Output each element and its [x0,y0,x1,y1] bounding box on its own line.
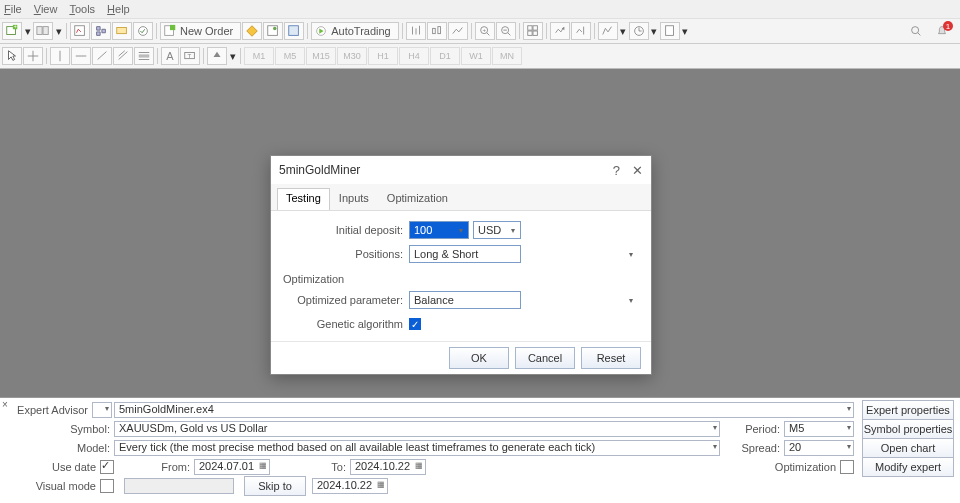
timeframe-mn[interactable]: MN [492,47,522,65]
chevron-down-icon[interactable]: ▾ [625,247,637,261]
chevron-down-icon[interactable]: ▾ [507,223,519,237]
new-order-button[interactable]: New Order [160,22,241,40]
chevron-down-icon[interactable]: ▾ [455,223,467,237]
templates-icon[interactable] [660,22,680,40]
arrows-icon[interactable] [207,47,227,65]
profiles-dropdown[interactable]: ▾ [54,21,63,41]
autotrading-button[interactable]: AutoTrading [311,22,399,40]
timeframe-d1[interactable]: D1 [430,47,460,65]
bar-chart-icon[interactable] [406,22,426,40]
metaeditor-icon[interactable] [242,22,262,40]
visual-mode-label: Visual mode [16,480,100,492]
equidistant-icon[interactable] [113,47,133,65]
timeframe-m1[interactable]: M1 [244,47,274,65]
use-date-checkbox[interactable] [100,460,114,474]
text-icon[interactable]: A [161,47,179,65]
zoom-out-icon[interactable] [496,22,516,40]
optimization-checkbox[interactable] [840,460,854,474]
menu-view[interactable]: View [34,3,58,15]
strategy-tester-panel: × Expert Advisor ▾ 5minGoldMiner.ex4▾ Ex… [0,397,960,503]
tab-inputs[interactable]: Inputs [330,188,378,210]
spread-select[interactable]: 20▾ [784,440,854,456]
line-chart-icon[interactable] [448,22,468,40]
fibonacci-icon[interactable] [134,47,154,65]
help-button[interactable]: ? [613,163,620,178]
templates-dropdown[interactable]: ▾ [681,21,690,41]
timeframe-m5[interactable]: M5 [275,47,305,65]
reset-button[interactable]: Reset [581,347,641,369]
skip-to-date-input[interactable]: 2024.10.22▦ [312,478,388,494]
crosshair-icon[interactable] [23,47,43,65]
new-chart-icon[interactable]: + [2,22,22,40]
timeframe-m30[interactable]: M30 [337,47,367,65]
skip-to-button[interactable]: Skip to [244,476,306,496]
tile-icon[interactable] [523,22,543,40]
open-chart-button[interactable]: Open chart [862,438,954,458]
search-icon[interactable] [906,22,926,40]
timeframe-h1[interactable]: H1 [368,47,398,65]
svg-rect-31 [527,31,531,35]
svg-rect-29 [527,26,531,30]
separator [546,23,547,39]
menu-file[interactable]: File [4,3,22,15]
timeframe-m15[interactable]: M15 [306,47,336,65]
autoscroll-icon[interactable] [550,22,570,40]
timeframe-w1[interactable]: W1 [461,47,491,65]
periods-dropdown[interactable]: ▾ [650,21,659,41]
from-date-input[interactable]: 2024.07.01▦ [194,459,270,475]
genetic-algorithm-label: Genetic algorithm [283,318,409,330]
market-watch-icon[interactable] [70,22,90,40]
vertical-line-icon[interactable] [50,47,70,65]
tester-icon[interactable] [133,22,153,40]
indicators-dropdown[interactable]: ▾ [619,21,628,41]
optimized-parameter-label: Optimized parameter: [283,294,409,306]
tab-testing[interactable]: Testing [277,188,330,210]
close-button[interactable]: ✕ [632,163,643,178]
alerts-icon[interactable]: 1 [932,22,952,40]
model-label: Model: [16,442,114,454]
model-select[interactable]: Every tick (the most precise method base… [114,440,720,456]
dialog-body: Initial deposit: ▾ ▾ Positions: ▾ Optimi… [271,211,651,341]
svg-line-27 [507,33,510,36]
candlestick-icon[interactable] [427,22,447,40]
trendline-icon[interactable] [92,47,112,65]
close-panel-icon[interactable]: × [2,399,8,410]
menu-help[interactable]: Help [107,3,130,15]
terminal-icon[interactable] [112,22,132,40]
cursor-icon[interactable] [2,47,22,65]
menu-tools[interactable]: Tools [69,3,95,15]
genetic-algorithm-checkbox[interactable]: ✓ [409,318,421,330]
separator [46,48,47,64]
expert-advisor-select[interactable]: 5minGoldMiner.ex4▾ [114,402,854,418]
indicators-icon[interactable] [598,22,618,40]
ok-button[interactable]: OK [449,347,509,369]
periods-icon[interactable] [629,22,649,40]
profiles-icon[interactable] [33,22,53,40]
timeframe-h4[interactable]: H4 [399,47,429,65]
chart-shift-icon[interactable] [571,22,591,40]
text-label-icon[interactable]: T [180,47,200,65]
options-icon[interactable] [263,22,283,40]
modify-expert-button[interactable]: Modify expert [862,457,954,477]
symbol-select[interactable]: XAUUSDm, Gold vs US Dollar▾ [114,421,720,437]
tab-optimization[interactable]: Optimization [378,188,457,210]
visual-mode-checkbox[interactable] [100,479,114,493]
period-select[interactable]: M5▾ [784,421,854,437]
speed-slider[interactable] [124,478,234,494]
calendar-icon: ▦ [377,480,385,489]
to-date-input[interactable]: 2024.10.22▦ [350,459,426,475]
optimized-parameter-select[interactable] [409,291,521,309]
expert-advisor-type[interactable]: ▾ [92,402,112,418]
separator [157,48,158,64]
symbol-properties-button[interactable]: Symbol properties [862,419,954,439]
positions-select[interactable] [409,245,521,263]
arrows-dropdown[interactable]: ▾ [228,46,237,66]
fullscreen-icon[interactable] [284,22,304,40]
horizontal-line-icon[interactable] [71,47,91,65]
expert-properties-button[interactable]: Expert properties [862,400,954,420]
navigator-icon[interactable] [91,22,111,40]
cancel-button[interactable]: Cancel [515,347,575,369]
zoom-in-icon[interactable]: + [475,22,495,40]
chevron-down-icon[interactable]: ▾ [625,293,637,307]
new-chart-dropdown[interactable]: ▾ [23,21,32,41]
